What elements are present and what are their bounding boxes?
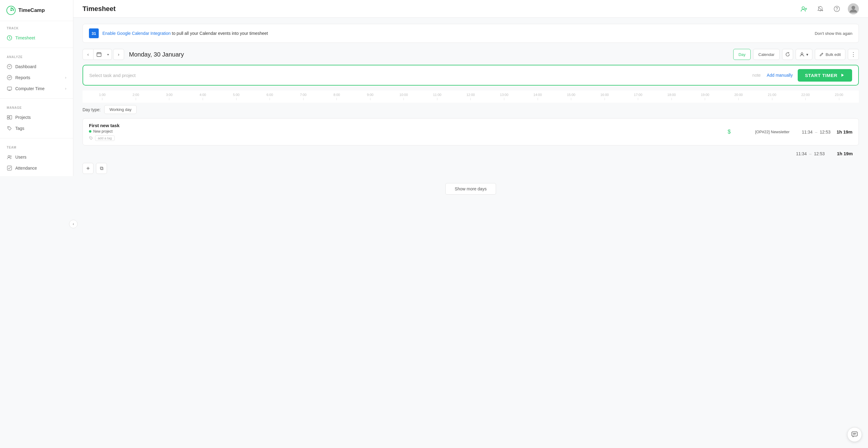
sidebar-item-projects[interactable]: Projects	[0, 112, 73, 123]
timeline-hour: 9:00	[353, 93, 387, 100]
sidebar: TimeCamp TRACK Timesheet ANALYZE	[0, 0, 73, 176]
add-manually-button[interactable]: Add manually	[767, 73, 793, 77]
timeline-hour: 12:00	[454, 93, 488, 100]
sidebar-item-label: Tags	[15, 126, 25, 131]
sidebar-item-dashboard[interactable]: Dashboard	[0, 61, 73, 72]
add-user-button[interactable]	[798, 3, 809, 14]
clock-icon	[7, 35, 12, 41]
sidebar-item-attendance[interactable]: Attendance	[0, 163, 73, 173]
sidebar-item-timesheet[interactable]: Timesheet	[0, 32, 73, 43]
svg-point-27	[90, 137, 91, 138]
svg-rect-28	[852, 432, 857, 436]
svg-point-26	[801, 53, 803, 55]
next-day-button[interactable]: ›	[113, 49, 124, 60]
bulk-edit-button[interactable]: Bulk edit	[815, 49, 845, 60]
timeline-hour: 8:00	[320, 93, 353, 100]
topbar: Timesheet	[73, 0, 868, 18]
svg-rect-22	[97, 53, 101, 57]
chat-icon	[851, 431, 858, 438]
enable-gcal-link[interactable]: Enable Google Calendar Integration	[102, 31, 170, 36]
start-timer-button[interactable]: START TIMER	[798, 69, 852, 82]
sidebar-section-analyze: ANALYZE Dashboard Reports ›	[0, 50, 73, 97]
sidebar-item-label: Dashboard	[15, 64, 36, 69]
notifications-button[interactable]	[815, 3, 826, 14]
sidebar-item-reports[interactable]: Reports ›	[0, 72, 73, 83]
page-title: Timesheet	[83, 5, 116, 13]
section-label-analyze: ANALYZE	[0, 55, 73, 61]
task-project-select[interactable]: Select task and project	[89, 73, 746, 78]
sidebar-collapse-button[interactable]: ‹	[69, 220, 78, 228]
summary-time-range: 11:34 – 12:53	[796, 151, 825, 156]
timer-note-input[interactable]: note	[752, 73, 761, 77]
add-time-entry-button[interactable]: +	[83, 163, 94, 174]
show-more-days-button[interactable]: Show more days	[445, 183, 496, 195]
main-content: Timesheet	[73, 0, 868, 448]
prev-day-button[interactable]: ‹	[83, 49, 94, 60]
timeline-hour: 20:00	[722, 93, 755, 100]
summary-time-start: 11:34	[796, 151, 807, 156]
day-type-button[interactable]: Working day	[104, 105, 136, 114]
task-left: First new task New project add a tag	[89, 123, 715, 141]
more-options-button[interactable]: ⋮	[848, 49, 859, 60]
section-label-track: TRACK	[0, 27, 73, 32]
summary-row: 11:34 – 12:53 1h 19m	[83, 148, 859, 159]
timeline-hour: 4:00	[186, 93, 220, 100]
sidebar-item-label: Attendance	[15, 166, 37, 170]
avatar[interactable]	[848, 3, 859, 14]
sidebar-item-label: Projects	[15, 115, 31, 120]
avatar-icon	[848, 3, 859, 14]
view-controls: Day Calendar ▾	[733, 49, 859, 60]
sidebar-item-users[interactable]: Users	[0, 152, 73, 163]
help-button[interactable]	[831, 3, 842, 14]
chat-button[interactable]	[847, 427, 862, 442]
task-issue: [OP#22] Newsletter	[755, 130, 790, 134]
help-icon	[834, 5, 840, 12]
sidebar-item-label: Users	[15, 155, 27, 160]
task-duration: 1h 19m	[837, 129, 852, 134]
timeline-hour: 6:00	[253, 93, 287, 100]
date-dropdown-button[interactable]: ▾	[104, 49, 112, 60]
dismiss-banner-button[interactable]: Don't show this again	[815, 31, 852, 36]
summary-time-end: 12:53	[814, 151, 825, 156]
svg-point-19	[837, 10, 837, 11]
section-label-manage: MANAGE	[0, 106, 73, 112]
users-icon	[7, 154, 12, 160]
svg-point-13	[10, 156, 11, 157]
calendar-picker-button[interactable]	[94, 49, 104, 60]
task-project: New project	[89, 129, 715, 133]
timeline-hour: 1:00	[86, 93, 119, 100]
svg-point-15	[802, 7, 804, 9]
task-tag-row: add a tag	[89, 135, 715, 141]
banner-description: to pull all your Calendar events into yo…	[170, 31, 268, 36]
calendar-icon	[97, 52, 101, 57]
timeline-hour: 10:00	[387, 93, 421, 100]
task-name[interactable]: First new task	[89, 123, 715, 128]
bell-icon	[817, 5, 824, 12]
billing-icon: $	[728, 129, 731, 135]
task-project-dot	[89, 130, 91, 133]
app-name: TimeCamp	[18, 7, 45, 13]
user-filter-icon	[800, 52, 804, 57]
dashboard-icon	[7, 64, 12, 69]
start-timer-label: START TIMER	[805, 73, 837, 78]
user-filter-button[interactable]: ▾	[796, 49, 812, 60]
user-filter-chevron: ▾	[806, 52, 808, 57]
sidebar-item-computer-time[interactable]: Computer Time ›	[0, 83, 73, 94]
day-view-button[interactable]: Day	[733, 49, 751, 60]
day-type-label: Day type:	[83, 107, 100, 112]
sidebar-item-tags[interactable]: Tags	[0, 123, 73, 134]
calendar-view-button[interactable]: Calendar	[753, 49, 780, 60]
divider-2	[0, 98, 73, 99]
play-icon	[840, 73, 845, 77]
refresh-button[interactable]	[782, 49, 793, 60]
svg-rect-7	[7, 87, 11, 90]
sidebar-section-track: TRACK Timesheet	[0, 21, 73, 46]
divider-3	[0, 138, 73, 138]
copy-day-button[interactable]: ⧉	[96, 163, 107, 174]
bulk-edit-label: Bulk edit	[826, 52, 841, 57]
svg-point-21	[851, 6, 855, 9]
add-tag-button[interactable]: add a tag	[95, 135, 115, 141]
tags-icon	[7, 126, 12, 131]
attendance-icon	[7, 165, 12, 171]
refresh-icon	[785, 52, 790, 57]
